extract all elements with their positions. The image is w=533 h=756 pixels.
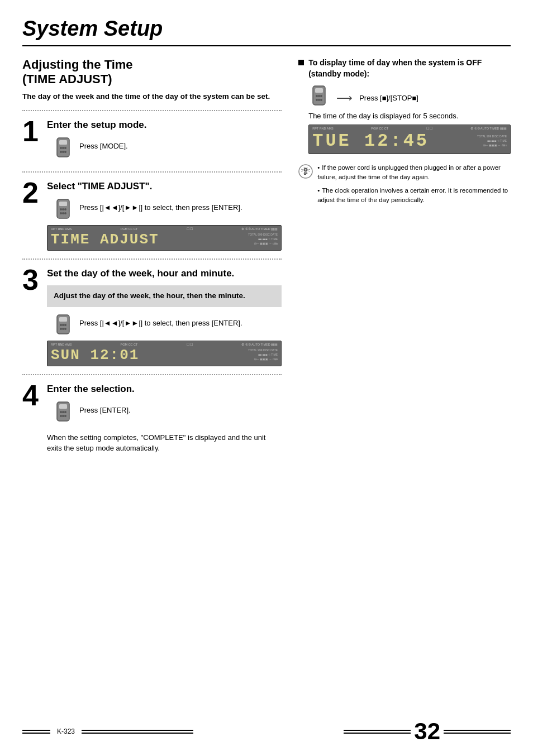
lcd-right-panel-tue: TOTAL 999 DISC DATE ■■ ■■■ ☆ TIME ⊟— ▣▣▣… [477, 135, 507, 147]
tue-lcd-wrapper: RPT RND AMS PGM CC CT ☐ ☐ ⚙ ①③ AUTO TIME… [308, 125, 511, 154]
svg-point-37 [320, 99, 322, 101]
highlight-box: Adjust the day of the week, the hour, th… [47, 285, 282, 307]
svg-point-15 [62, 212, 64, 214]
footer-lines-right-2 [444, 730, 511, 734]
svg-point-29 [64, 415, 66, 417]
svg-rect-45 [304, 173, 307, 174]
right-section-header: To display time of day when the system i… [298, 58, 511, 79]
footer-code: K-323 [57, 728, 75, 735]
svg-point-28 [60, 415, 62, 417]
svg-rect-46 [304, 174, 306, 175]
lcd-time-adjust: RPT RND AMS PGM CC CT ☐ ☐ ⚙ ①③ AUTO TIME… [47, 225, 282, 251]
step-4-content: Enter the selection. [47, 383, 282, 454]
lcd-right-panel-2: TOTAL 999 DISC DATE ■■ ■■■ ☆ TIME ⊟— ▣▣▣… [248, 348, 278, 361]
separator-3 [22, 259, 282, 260]
step-4-press-label: Press [ENTER]. [79, 401, 131, 415]
svg-point-5 [64, 151, 66, 153]
page-footer: K-323 32 [22, 718, 511, 745]
step-2-content: Select "TIME ADJUST". [47, 180, 282, 251]
step-4-note: When the setting completes, "COMPLETE" i… [47, 428, 282, 454]
step-3-device-row: Press [|◄◄]/[►►|] to select, then press … [53, 314, 282, 335]
arrow-icon: ⟶ [336, 87, 353, 104]
svg-rect-1 [59, 140, 67, 145]
remote-icon-stop [308, 85, 330, 106]
lcd-info-row-2: RPT RND AMS PGM CC CT ☐ ☐ ⚙ ①③ AUTO TIME… [51, 343, 278, 346]
step-3-press-label: Press [|◄◄]/[►►|] to select, then press … [79, 314, 242, 328]
step-1-device-row: Press [MODE]. [53, 137, 282, 158]
svg-point-35 [320, 95, 322, 97]
lcd-main-row-2: SUN 12:01 TOTAL 999 DISC DATE ■■ ■■■ ☆ T… [51, 347, 278, 363]
bullet-square-icon [298, 60, 304, 65]
svg-point-11 [64, 208, 66, 210]
separator-1 [22, 110, 282, 111]
svg-point-22 [62, 324, 64, 326]
lcd-text-time-adjust: TIME ADJUST [51, 231, 246, 248]
step-1: 1 Enter the setup mode. [22, 119, 282, 164]
footer-right: 32 [344, 718, 511, 745]
step-2-title: Select "TIME ADJUST". [47, 180, 282, 193]
step-3-number: 3 [22, 265, 44, 294]
svg-point-21 [64, 328, 66, 330]
stop-button-wrapper: Press [■]/[STOP■] [359, 88, 418, 103]
lcd-right-panel-1: TOTAL 999 DISC DATE ■■ ■■■ ☆ TIME ⊟— ▣▣▣… [248, 233, 278, 246]
step-3: 3 Set the day of the week, hour and minu… [22, 267, 282, 366]
lcd-main-row-1: TIME ADJUST TOTAL 999 DISC DATE ■■ ■■■ ☆… [51, 231, 278, 248]
svg-rect-33 [315, 88, 323, 93]
right-section-title: To display time of day when the system i… [308, 58, 482, 79]
stop-row: ⟶ Press [■]/[STOP■] [308, 85, 511, 106]
svg-point-3 [64, 147, 66, 149]
lcd-text-tue: TUE 12:45 [312, 131, 475, 151]
note-1: •If the power cord is unplugged then plu… [317, 163, 511, 183]
remote-icon [53, 137, 74, 158]
svg-point-43 [305, 169, 307, 171]
notes-text-block: •If the power cord is unplugged then plu… [317, 163, 511, 205]
svg-point-20 [60, 328, 62, 330]
step-1-content: Enter the setup mode. [47, 119, 282, 164]
step-2-number: 2 [22, 178, 44, 207]
note-icon [298, 164, 313, 181]
svg-point-34 [316, 95, 318, 97]
lcd-text-sun: SUN 12:01 [51, 347, 246, 363]
section-subtitle: The day of the week and the time of the … [22, 92, 282, 102]
footer-lines-left-2 [82, 730, 193, 734]
step-1-number: 1 [22, 117, 44, 146]
footer-lines-right [344, 730, 411, 734]
footer-left: K-323 [22, 728, 193, 735]
main-content: Adjusting the Time (TIME ADJUST) The day… [22, 58, 511, 456]
step-4: 4 Enter the selection. [22, 383, 282, 454]
step-2: 2 Select "TIME ADJUST". [22, 180, 282, 251]
svg-point-6 [62, 147, 64, 149]
step-4-device-row: Press [ENTER]. [53, 401, 282, 422]
svg-point-14 [62, 208, 64, 210]
note-2: •The clock operation involves a certain … [317, 186, 511, 205]
page: System Setup Adjusting the Time (TIME AD… [0, 0, 533, 756]
svg-point-18 [60, 324, 62, 326]
right-column: To display time of day when the system i… [298, 58, 511, 205]
lcd-info-row-1: RPT RND AMS PGM CC CT ☐ ☐ ⚙ ①③ AUTO TIME… [51, 227, 278, 231]
svg-point-7 [62, 151, 64, 153]
stop-button-label: Press [■]/[STOP■] [359, 94, 418, 102]
footer-lines-left [22, 730, 50, 734]
step-3-title: Set the day of the week, hour and minute… [47, 267, 282, 280]
svg-point-23 [62, 328, 64, 330]
svg-point-26 [60, 411, 62, 413]
left-column: Adjusting the Time (TIME ADJUST) The day… [22, 58, 282, 456]
svg-rect-25 [59, 404, 67, 409]
svg-point-12 [60, 212, 62, 214]
remote-icon-4 [53, 401, 74, 422]
svg-point-2 [60, 147, 62, 149]
lcd-main-row-tue: TUE 12:45 TOTAL 999 DISC DATE ■■ ■■■ ☆ T… [312, 131, 507, 151]
step-1-press-label: Press [MODE]. [79, 137, 128, 151]
step-4-title: Enter the selection. [47, 383, 282, 395]
svg-rect-44 [304, 172, 307, 173]
svg-point-13 [64, 212, 66, 214]
step-2-device-row: Press [|◄◄]/[►►|] to select, then press … [53, 198, 282, 219]
svg-point-19 [64, 324, 66, 326]
separator-2 [22, 171, 282, 173]
svg-point-38 [318, 95, 320, 97]
separator-4 [22, 374, 282, 375]
svg-point-4 [60, 151, 62, 153]
svg-point-27 [64, 411, 66, 413]
remote-icon-3 [53, 314, 74, 335]
time-display-note: The time of the day is displayed for 5 s… [308, 112, 511, 120]
